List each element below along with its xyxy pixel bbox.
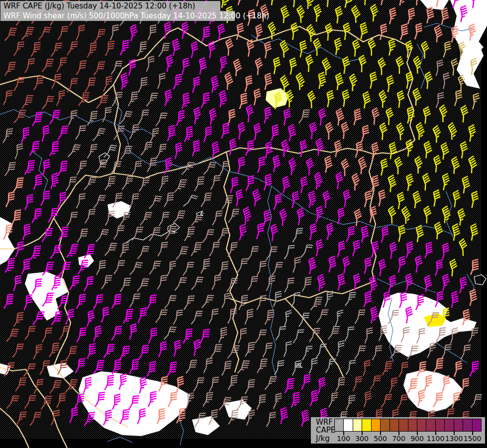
cape-colorbar-cell	[344, 419, 353, 431]
cape-colorbar-cell	[390, 419, 399, 431]
weather-map-screen: WRF CAPE (J/kg) Tuesday 14-10-2025 12:00…	[0, 0, 487, 448]
cape-colorbar-cell	[362, 419, 371, 431]
title-cape-text: WRF CAPE (J/kg) Tuesday 14-10-2025 12:00…	[3, 1, 195, 10]
title-cape: WRF CAPE (J/kg) Tuesday 14-10-2025 12:00…	[0, 1, 220, 11]
legend-label-jkg: J/kg	[316, 435, 330, 443]
title-windshear: WRF Wind shear (m/s) 500/1000hPa Tuesday…	[0, 11, 235, 21]
cape-legend: WRF CAPE J/kg 10030050070090011001300150…	[311, 417, 485, 444]
cape-colorbar-cell	[454, 419, 463, 431]
cape-colorbar-cell	[408, 419, 417, 431]
cape-colorbar-cell	[372, 419, 381, 431]
cape-colorbar-cell	[353, 419, 362, 431]
cape-colorbar-cell	[381, 419, 390, 431]
cape-colorbar	[334, 419, 482, 432]
cape-colorbar-cell	[445, 419, 454, 431]
cape-colorbar-cell	[417, 419, 426, 431]
cape-colorbar-cell	[399, 419, 408, 431]
cape-colorbar-cell	[463, 419, 472, 431]
legend-label-cape: CAPE	[316, 426, 335, 435]
cape-colorbar-cell	[436, 419, 445, 431]
cape-tick-label: 1500	[462, 435, 484, 443]
title-windshear-text: WRF Wind shear (m/s) 500/1000hPa Tuesday…	[3, 11, 269, 20]
cape-colorbar-cell	[335, 419, 344, 431]
weather-map	[0, 0, 487, 448]
cape-colorbar-cell	[426, 419, 435, 431]
cape-colorbar-cell	[473, 419, 481, 431]
